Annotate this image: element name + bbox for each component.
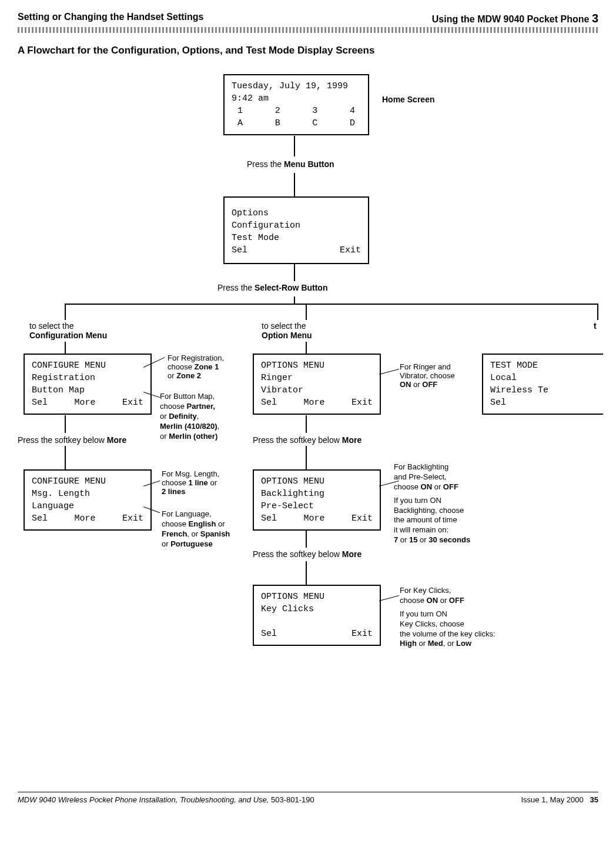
mainmenu-options: Options — [232, 207, 361, 219]
note-registration: For Registration, choose Zone 1 or Zone … — [168, 354, 224, 380]
note-backlight: For Backlighting and Pre-Select, choose … — [394, 462, 470, 545]
home-date: Tuesday, July 19, 1999 — [232, 80, 361, 92]
press-more-option1: Press the softkey below More — [253, 435, 361, 445]
main-menu-box: Options Configuration Test Mode Sel Exit — [223, 196, 369, 264]
home-row1: 1 2 3 4 — [232, 105, 361, 117]
options-menu-1: OPTIONS MENU Ringer Vibrator Sel More Ex… — [253, 354, 381, 415]
section-title: A Flowchart for the Configuration, Optio… — [18, 45, 598, 56]
note-ringer: For Ringer and Vibrator, choose ON or OF… — [400, 362, 455, 389]
home-row2: A B C D — [232, 117, 361, 129]
press-more-option2: Press the softkey below More — [253, 549, 361, 559]
mainmenu-testmode: Test Mode — [232, 232, 361, 244]
page-footer: MDW 9040 Wireless Pocket Phone Installat… — [18, 792, 598, 804]
home-screen-label: Home Screen — [382, 95, 434, 104]
mainmenu-softkeys: Sel Exit — [232, 244, 361, 256]
note-msglength: For Msg. Length, choose 1 line or 2 line… — [162, 469, 219, 496]
test-mode-box: TEST MODE Local Wireless Te Sel — [482, 354, 603, 415]
mainmenu-config: Configuration — [232, 219, 361, 232]
configure-menu-2: CONFIGURE MENU Msg. Length Language Sel … — [24, 469, 152, 531]
to-select-test-cutoff: t — [594, 321, 597, 331]
to-select-config: to select the Configuration Menu — [29, 321, 107, 340]
page-header: Setting or Changing the Handset Settings… — [18, 12, 598, 25]
press-more-config: Press the softkey below More — [18, 435, 126, 445]
to-select-option: to select the Option Menu — [262, 321, 312, 340]
options-menu-3: OPTIONS MENU Key Clicks Sel Exit — [253, 585, 381, 646]
footer-left: MDW 9040 Wireless Pocket Phone Installat… — [18, 795, 314, 804]
press-menu-step: Press the Menu Button — [247, 159, 334, 169]
press-select-row-step: Press the Select-Row Button — [217, 283, 327, 292]
note-language: For Language, choose English or French, … — [162, 509, 230, 549]
home-time: 9:42 am — [232, 92, 361, 105]
configure-menu-1: CONFIGURE MENU Registration Button Map S… — [24, 354, 152, 415]
flowchart: Tuesday, July 19, 1999 9:42 am 1 2 3 4 A… — [18, 74, 598, 780]
decorative-bar — [18, 27, 598, 33]
options-menu-2: OPTIONS MENU Backlighting Pre-Select Sel… — [253, 469, 381, 531]
note-keyclicks: For Key Clicks, choose ON or OFF If you … — [400, 586, 496, 649]
footer-right: Issue 1, May 2000 35 — [521, 795, 598, 804]
header-right: Using the MDW 9040 Pocket Phone 3 — [432, 12, 598, 25]
header-left: Setting or Changing the Handset Settings — [18, 12, 203, 25]
home-screen-box: Tuesday, July 19, 1999 9:42 am 1 2 3 4 A… — [223, 74, 369, 135]
note-buttonmap: For Button Map, choose Partner, or Defin… — [160, 392, 219, 441]
